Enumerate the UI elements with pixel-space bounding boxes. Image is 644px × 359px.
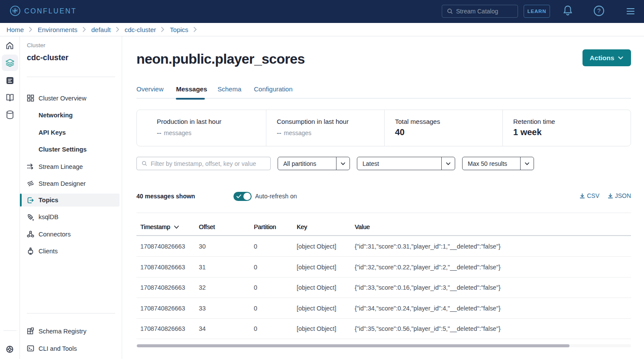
svg-text:?: ?	[597, 7, 601, 14]
